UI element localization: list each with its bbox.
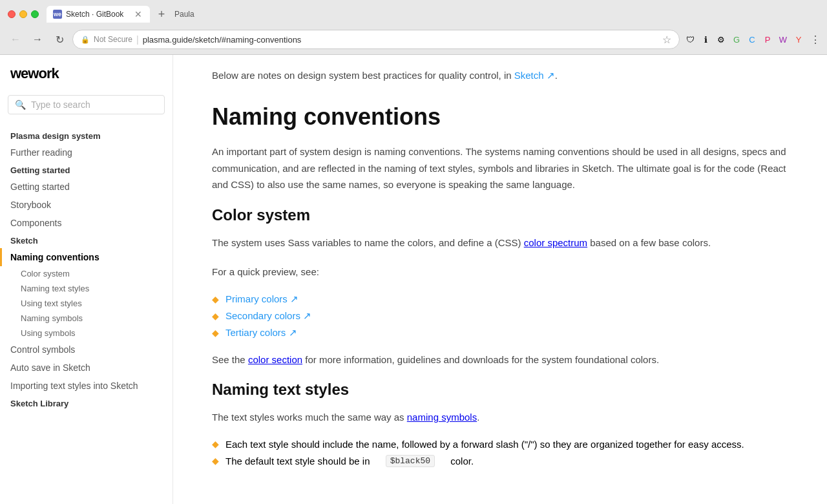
address-bar[interactable]: 🔒 Not Secure | plasma.guide/sketch/#nami… [72,30,680,49]
bookmark-icon[interactable]: ☆ [662,34,671,46]
primary-colors-link[interactable]: Primary colors ↗ [225,293,298,305]
color-system-title: Color system [212,206,788,224]
sidebar-item-components[interactable]: Components [0,214,173,232]
extension-icon-7[interactable]: W [777,33,790,46]
browser-titlebar: we Sketch · GitBook ✕ + Paula [0,0,827,27]
sidebar-item-further-reading[interactable]: Further reading [0,143,173,162]
color-section-link[interactable]: color section [248,354,302,365]
new-tab-button[interactable]: + [152,5,171,23]
tab-label: Sketch · GitBook [66,10,123,19]
search-input[interactable]: Type to search [31,100,90,110]
quick-preview-text: For a quick preview, see: [212,264,788,280]
sidebar-item-naming-conventions[interactable]: Naming conventions [0,248,173,266]
tab-favicon: we [53,10,62,19]
logo: wework [0,65,173,95]
app-layout: wework 🔍 Type to search Plasma design sy… [0,55,827,504]
refresh-button[interactable]: ↻ [50,30,68,48]
logo-text: wework [10,65,59,81]
browser-toolbar: ← → ↻ 🔒 Not Secure | plasma.guide/sketch… [0,27,827,54]
diamond-icon-5: ◆ [212,456,219,466]
extension-icon-8[interactable]: Y [792,33,805,46]
sidebar-section-sketch: Sketch [0,232,173,248]
extension-icon-6[interactable]: P [761,33,774,46]
list-item-bullet1: ◆ Each text style should include the nam… [212,439,788,450]
not-secure-label: Not Secure [94,35,132,44]
list-item-primary-colors: ◆ Primary colors ↗ [212,293,788,305]
more-options-icon[interactable]: ⋮ [810,34,821,46]
list-item-bullet2: ◆ The default text style should be in $b… [212,455,788,467]
list-item-tertiary-colors: ◆ Tertiary colors ↗ [212,327,788,339]
color-links-list: ◆ Primary colors ↗ ◆ Secondary colors ↗ … [212,293,788,339]
naming-conventions-para: An important part of system design is na… [212,143,788,193]
sidebar-item-auto-save[interactable]: Auto save in Sketch [0,359,173,377]
browser-extensions: 🛡 ℹ ⚙ G C P W Y [684,33,805,46]
color-spectrum-link[interactable]: color spectrum [524,237,587,248]
minimize-button[interactable] [19,10,27,18]
sidebar-section-getting-started: Getting started [0,162,173,178]
sidebar-item-control-symbols[interactable]: Control symbols [0,341,173,359]
search-icon: 🔍 [15,100,26,110]
diamond-icon-4: ◆ [212,439,219,449]
sidebar-subitem-using-text-styles[interactable]: Using text styles [0,296,173,311]
color-system-para: The system uses Sass variables to name t… [212,235,788,251]
extension-icon-5[interactable]: C [746,33,759,46]
diamond-icon-2: ◆ [212,311,219,321]
sidebar-subitem-naming-text-styles[interactable]: Naming text styles [0,281,173,296]
tab-close-icon[interactable]: ✕ [134,9,142,19]
separator: | [136,34,139,45]
secondary-colors-link[interactable]: Secondary colors ↗ [225,310,311,322]
naming-text-styles-para: The text styles works much the same way … [212,409,788,426]
sidebar-subitem-using-symbols[interactable]: Using symbols [0,326,173,341]
sidebar-item-importing-text-styles[interactable]: Importing text styles into Sketch [0,377,173,395]
extension-icon-3[interactable]: ⚙ [715,33,728,46]
browser-tabs: we Sketch · GitBook ✕ + [47,5,171,23]
naming-symbols-link[interactable]: naming symbols [407,412,477,423]
sidebar-item-getting-started[interactable]: Getting started [0,178,173,196]
extension-icon-4[interactable]: G [730,33,743,46]
fullscreen-button[interactable] [31,10,39,18]
back-button[interactable]: ← [6,30,25,48]
text-styles-bullets: ◆ Each text style should include the nam… [212,439,788,467]
search-box[interactable]: 🔍 Type to search [8,95,165,114]
tertiary-colors-link[interactable]: Tertiary colors ↗ [225,327,297,339]
sidebar: wework 🔍 Type to search Plasma design sy… [0,55,173,504]
main-content: Below are notes on design system best pr… [173,55,827,504]
extension-icon-2[interactable]: ℹ [699,33,712,46]
forward-button[interactable]: → [28,30,47,48]
sidebar-subitem-naming-symbols[interactable]: Naming symbols [0,311,173,326]
lock-icon: 🔒 [81,36,90,44]
page-intro: Below are notes on design system best pr… [212,68,788,83]
active-tab[interactable]: we Sketch · GitBook ✕ [47,6,150,23]
sidebar-item-storybook[interactable]: Storybook [0,196,173,214]
sidebar-section-sketch-library: Sketch Library [0,395,173,411]
browser-chrome: we Sketch · GitBook ✕ + Paula ← → ↻ 🔒 No… [0,0,827,55]
list-item-secondary-colors: ◆ Secondary colors ↗ [212,310,788,322]
sidebar-section-plasma: Plasma design system [0,127,173,143]
page-title: Naming conventions [212,103,788,131]
diamond-icon-1: ◆ [212,294,219,304]
inline-code: $black50 [386,455,435,467]
traffic-lights [8,10,39,18]
close-button[interactable] [8,10,16,18]
diamond-icon-3: ◆ [212,328,219,338]
user-name: Paula [174,10,194,19]
url-text: plasma.guide/sketch/#naming-conventions [143,35,302,45]
color-section-para: See the color section for more informati… [212,352,788,368]
sidebar-subitem-color-system[interactable]: Color system [0,266,173,281]
naming-text-styles-title: Naming text styles [212,381,788,399]
extension-icon-1[interactable]: 🛡 [684,33,696,46]
sketch-link[interactable]: Sketch ↗ [514,70,555,81]
